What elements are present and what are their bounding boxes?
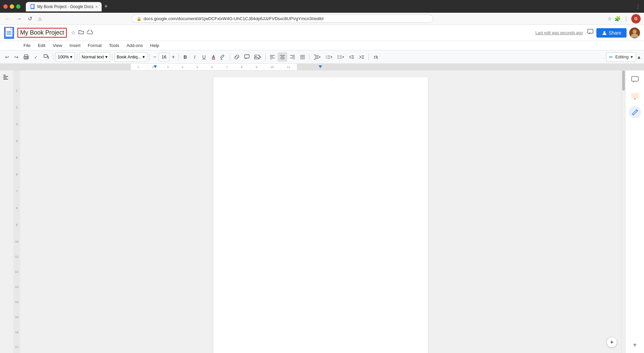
active-tab[interactable]: My Book Project - Google Docs × xyxy=(26,2,102,11)
close-traffic-light[interactable] xyxy=(3,4,8,9)
docs-logo-line-1 xyxy=(7,31,11,32)
address-bar: ← → ↺ ⌂ 🔒 docs.google.com/document/d/1jw… xyxy=(0,13,644,25)
home-button[interactable]: ⌂ xyxy=(37,15,43,22)
move-to-folder-button[interactable] xyxy=(77,29,86,37)
toolbar-divider-3 xyxy=(112,54,112,60)
address-right-icons: ☆ 🧩 ⋮ G xyxy=(607,14,641,23)
star-button[interactable]: ☆ xyxy=(69,28,77,37)
menu-view[interactable]: View xyxy=(49,42,65,49)
font-size-decrease[interactable]: − xyxy=(152,53,158,61)
svg-rect-52 xyxy=(3,75,6,75)
new-tab-button[interactable]: + xyxy=(102,2,111,11)
font-select[interactable]: Book Antiq... ▾ xyxy=(114,52,147,62)
document-area[interactable] xyxy=(20,70,621,353)
font-size-increase[interactable]: + xyxy=(170,53,176,61)
font-size-control: − + xyxy=(152,53,177,61)
address-input[interactable]: 🔒 docs.google.com/document/d/1jwDCFxlxW4… xyxy=(131,14,433,23)
spellcheck-icon: ✓ xyxy=(34,54,39,60)
cloud-status-button[interactable] xyxy=(86,29,95,37)
tab-bar: My Book Project - Google Docs × + xyxy=(26,2,633,11)
share-icon xyxy=(602,30,607,36)
align-left-button[interactable] xyxy=(268,52,277,62)
zoom-select[interactable]: 100% ▾ xyxy=(55,52,75,62)
header-actions: Share xyxy=(587,28,640,38)
share-button[interactable]: Share xyxy=(596,28,627,38)
docs-logo-line-2 xyxy=(7,33,11,33)
toolbar-divider-9 xyxy=(368,54,369,60)
menu-help[interactable]: Help xyxy=(147,42,163,49)
comment-history-button[interactable] xyxy=(587,29,594,37)
toolbar-divider-5 xyxy=(178,54,179,60)
svg-rect-54 xyxy=(3,78,7,78)
sidebar-add-button[interactable]: + xyxy=(633,341,637,349)
align-right-button[interactable] xyxy=(288,52,297,62)
add-comment-button[interactable] xyxy=(242,52,252,62)
editing-pencil-icon: ✏ xyxy=(609,54,613,60)
bullet-list-button[interactable]: ▾ xyxy=(335,52,346,62)
bullet-list-icon xyxy=(337,54,342,60)
spellcheck-button[interactable]: ✓ xyxy=(32,52,41,62)
browser-menu-icon[interactable]: ⋮ xyxy=(635,3,641,10)
line-spacing-arrow: ▾ xyxy=(319,55,321,59)
italic-button[interactable]: I xyxy=(190,52,199,62)
editing-dropdown[interactable]: ✏ Editing ▾ xyxy=(606,52,636,62)
user-avatar[interactable] xyxy=(629,28,640,38)
user-avatar-img xyxy=(629,28,640,38)
highlight-button[interactable] xyxy=(218,52,228,62)
lock-icon: 🔒 xyxy=(137,16,142,21)
redo-button[interactable]: ↪ xyxy=(12,52,21,62)
indent-decrease-button[interactable] xyxy=(347,52,356,62)
text-color-button[interactable]: A xyxy=(209,52,218,62)
sidebar-present-icon[interactable] xyxy=(629,90,641,102)
font-arrow: ▾ xyxy=(143,54,145,59)
insert-image-button[interactable]: ▾ xyxy=(252,52,263,62)
toolbar-collapse-button[interactable]: ▲ xyxy=(637,54,641,60)
align-center-button[interactable] xyxy=(278,52,287,62)
sidebar-chat-icon[interactable] xyxy=(629,74,641,86)
style-select[interactable]: Normal text ▾ xyxy=(79,52,110,62)
font-size-input[interactable] xyxy=(159,53,169,61)
document-page[interactable] xyxy=(213,77,428,353)
zoom-in-button[interactable]: + xyxy=(606,337,617,348)
line-spacing-button[interactable]: ▾ xyxy=(312,52,323,62)
forward-button[interactable]: → xyxy=(15,15,23,22)
bold-button[interactable]: B xyxy=(181,52,190,62)
menu-tools[interactable]: Tools xyxy=(106,42,122,49)
svg-rect-1 xyxy=(31,5,34,8)
menu-insert[interactable]: Insert xyxy=(66,42,84,49)
more-icon[interactable]: ⋮ xyxy=(624,16,629,22)
back-button[interactable]: ← xyxy=(3,15,12,22)
paint-format-button[interactable] xyxy=(42,52,51,62)
print-button[interactable] xyxy=(21,52,31,62)
underline-button[interactable]: U xyxy=(200,52,208,62)
svg-point-41 xyxy=(338,57,339,58)
paint-format-icon xyxy=(44,54,49,60)
align-justify-button[interactable] xyxy=(298,52,307,62)
fullscreen-traffic-light[interactable] xyxy=(16,4,20,9)
refresh-button[interactable]: ↺ xyxy=(26,15,34,22)
undo-button[interactable]: ↩ xyxy=(3,52,11,62)
doc-title[interactable]: My Book Project xyxy=(17,28,67,38)
link-button[interactable] xyxy=(232,52,241,62)
indent-increase-button[interactable] xyxy=(357,52,366,62)
minimize-traffic-light[interactable] xyxy=(10,4,14,9)
outline-toggle[interactable] xyxy=(3,74,9,82)
bookmark-icon[interactable]: ☆ xyxy=(607,16,612,22)
vertical-scrollbar[interactable] xyxy=(621,70,625,353)
scrollbar-thumb[interactable] xyxy=(622,70,625,91)
tab-close-btn[interactable]: × xyxy=(95,5,97,9)
menu-format[interactable]: Format xyxy=(85,42,105,49)
menu-file[interactable]: File xyxy=(20,42,34,49)
indent-increase-icon xyxy=(359,54,364,60)
numbered-list-button[interactable]: 12 ▾ xyxy=(323,52,334,62)
ruler: 1 2 3 4 5 6 7 8 9 10 11 xyxy=(0,64,644,70)
menu-addons[interactable]: Add-ons xyxy=(123,42,146,49)
extensions-icon[interactable]: 🧩 xyxy=(614,16,621,22)
clear-format-button[interactable]: T xyxy=(371,52,380,62)
svg-point-4 xyxy=(603,31,605,33)
menu-edit[interactable]: Edit xyxy=(35,42,49,49)
browser-profile-avatar[interactable]: G xyxy=(631,14,641,23)
left-sidebar: 1 2 3 4 5 6 7 8 9 10 11 12 13 14 15 16 1… xyxy=(0,70,20,353)
sidebar-edit-icon[interactable] xyxy=(629,106,641,118)
last-edit-text[interactable]: Last edit was seconds ago xyxy=(535,31,583,35)
